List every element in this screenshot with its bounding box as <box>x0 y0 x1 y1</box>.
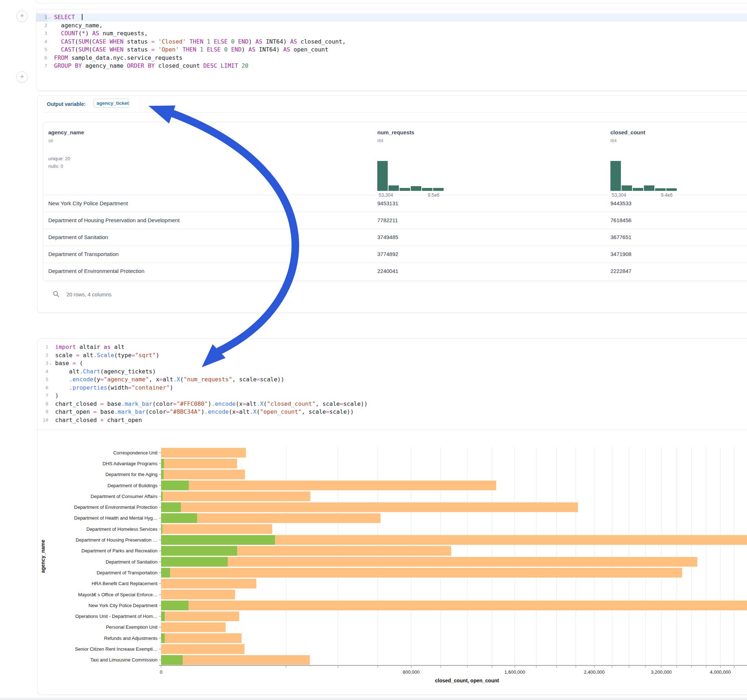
cell-num-requests: 9453131 <box>377 200 398 206</box>
code-line[interactable]: 1⌄SELECT <box>36 13 747 22</box>
line-number: 5 <box>38 376 48 384</box>
line-number: 2 <box>36 22 47 30</box>
histogram-bar <box>400 188 410 191</box>
code-line[interactable]: 1import altair as alt <box>38 343 747 352</box>
y-tick-label: Department of Environmental Protection <box>74 504 157 510</box>
column-header-num_requests[interactable]: num_requestsi6453,3049.5e6 <box>377 129 414 143</box>
chart-bar-closed <box>161 557 697 567</box>
code-line[interactable]: 4 CAST(SUM(CASE WHEN status = 'Closed' T… <box>36 38 747 46</box>
add-cell-button[interactable]: + <box>16 71 28 83</box>
dataframe-footer: 20 rows, 4 columns <box>53 291 111 298</box>
code-line[interactable]: 3⌄base = ( <box>38 359 747 368</box>
chart-bar-open <box>161 557 228 567</box>
x-tick-label: 1,600,000 <box>505 669 525 675</box>
fold-caret-empty <box>48 352 53 360</box>
fold-caret-empty <box>47 38 52 46</box>
fold-caret-icon[interactable]: ⌄ <box>47 13 52 22</box>
output-variable-label: Output variable: <box>47 101 85 107</box>
cell-agency-name: Department of Housing Preservation and D… <box>48 217 180 223</box>
code-line[interactable]: 9chart_open = base.mark_bar(color="#8BC3… <box>38 408 747 416</box>
chart-bar-open <box>161 568 170 578</box>
chart-bar-closed <box>161 655 310 665</box>
fold-caret-empty <box>48 343 53 352</box>
code-line[interactable]: 7) <box>38 392 747 400</box>
column-header-closed_count[interactable]: closed_counti6453,3049.4e6 <box>611 129 646 143</box>
chart-bar-open <box>161 502 181 512</box>
cell-closed-count: 9443533 <box>611 200 631 206</box>
line-number: 3 <box>38 359 48 368</box>
code-line[interactable]: 2 agency_name, <box>36 22 747 30</box>
line-number: 9 <box>38 408 48 416</box>
code-text: chart_open = base.mark_bar(color="#8BC34… <box>53 408 354 416</box>
chart-bar-open <box>161 634 165 643</box>
x-tick-label: 2,400,000 <box>584 669 605 675</box>
line-number: 4 <box>38 368 48 376</box>
code-line[interactable]: 6FROM sample_data.nyc.service_requests <box>36 54 747 62</box>
code-line[interactable]: 3 COUNT(*) AS num_requests, <box>36 30 747 38</box>
cell-num-requests: 2240041 <box>377 268 398 274</box>
chart-bar-open <box>161 600 189 610</box>
code-line[interactable]: 10chart_closed + chart_open <box>38 416 747 424</box>
code-line[interactable]: 5 CAST(SUM(CASE WHEN status = 'Open' THE… <box>36 46 747 54</box>
fold-caret-empty <box>48 408 53 416</box>
fold-caret-empty <box>47 30 52 38</box>
code-text: chart_closed + chart_open <box>53 416 142 424</box>
dataframe-card: agency_namestrunique: 20nulls: 0num_requ… <box>43 122 747 281</box>
line-number: 6 <box>38 384 48 392</box>
y-tick-label: Taxi and Limousine Commission <box>91 657 157 662</box>
page-gap <box>0 698 747 700</box>
chart-bar-closed <box>161 611 239 621</box>
y-tick-label: Department of Buildings <box>107 483 157 488</box>
add-cell-button[interactable]: + <box>16 11 28 22</box>
histogram-bar <box>644 186 655 191</box>
chart-bar-closed <box>161 622 225 632</box>
y-tick-label: Department for the Aging <box>105 472 157 477</box>
cell-num-requests: 3774892 <box>377 251 398 257</box>
cell-agency-name: New York City Police Department <box>48 200 128 206</box>
line-number: 1 <box>38 343 48 352</box>
histogram-bar <box>655 188 665 191</box>
y-tick-label: Department of Consumer Affairs <box>91 494 158 499</box>
table-row: New York City Police Department945313194… <box>43 195 747 212</box>
altair-bar-chart: 0800,0001,600,0002,400,0003,200,0004,000… <box>38 442 747 694</box>
chart-bar-open <box>161 535 275 545</box>
sql-cell: 1⌄SELECT 2 agency_name,3 COUNT(*) AS num… <box>36 9 747 91</box>
code-text: chart_closed = base.mark_bar(color="#FFC… <box>53 400 367 408</box>
code-line[interactable]: 4 alt.Chart(agency_tickets) <box>38 368 747 376</box>
code-line[interactable]: 8chart_closed = base.mark_bar(color="#FF… <box>38 400 747 408</box>
fold-caret-empty <box>48 384 53 392</box>
chart-bar-closed <box>161 502 578 512</box>
fold-caret-empty <box>48 416 53 424</box>
code-line[interactable]: 7GROUP BY agency_name ORDER BY closed_co… <box>36 62 747 70</box>
cell-num-requests: 3749485 <box>377 234 398 240</box>
code-line[interactable]: 5 .encode(y="agency_name", x=alt.X("num_… <box>38 376 747 384</box>
sql-code-editor[interactable]: 1⌄SELECT 2 agency_name,3 COUNT(*) AS num… <box>36 13 747 70</box>
row-column-count: 20 rows, 4 columns <box>66 292 111 297</box>
output-variable-input[interactable]: agency_tickets <box>93 99 129 108</box>
chart-bar-closed <box>161 448 246 458</box>
x-axis-title: closed_count, open_count <box>435 678 499 683</box>
python-code-editor[interactable]: 1import altair as alt2scale = alt.Scale(… <box>38 343 747 424</box>
code-text: scale = alt.Scale(type="sqrt") <box>53 352 159 360</box>
chart-bar-closed <box>161 634 242 643</box>
code-line[interactable]: 2scale = alt.Scale(type="sqrt") <box>38 352 747 360</box>
code-line[interactable]: 6 .properties(width="container") <box>38 384 747 392</box>
histogram-bar <box>377 161 388 191</box>
histogram-bar <box>411 186 421 191</box>
column-header-agency_name[interactable]: agency_namestrunique: 20nulls: 0 <box>48 129 84 170</box>
x-tick-label: 3,200,000 <box>651 669 672 675</box>
histogram-bar <box>389 186 399 191</box>
chart-bar-closed <box>161 579 256 588</box>
column-type: i64 <box>377 138 414 143</box>
chart-bar-closed <box>161 524 272 534</box>
y-tick-label: Correspondence Unit <box>113 450 157 456</box>
y-tick-label: Department of Sanitation <box>106 559 157 564</box>
x-tick-label: 4,000,000 <box>710 669 731 675</box>
search-icon[interactable] <box>53 291 60 298</box>
column-name: agency_name <box>48 129 84 136</box>
fold-caret-empty <box>47 22 52 30</box>
y-tick-label: HRA Benefit Card Replacement <box>92 581 157 586</box>
code-text: ) <box>53 392 59 400</box>
cell-num-requests: 7782211 <box>377 217 398 223</box>
fold-caret-icon[interactable]: ⌄ <box>48 359 53 368</box>
